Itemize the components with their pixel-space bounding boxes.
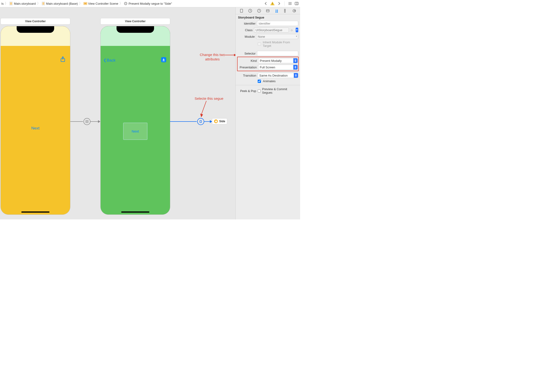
file-inspector-tab[interactable]: [239, 8, 244, 14]
help-inspector-tab[interactable]: ?: [256, 8, 262, 14]
transition-select[interactable]: Same As Destination: [258, 73, 298, 78]
segue-icon: [124, 2, 128, 5]
svg-point-8: [124, 2, 127, 5]
identifier-row: Identifier: [236, 20, 300, 27]
class-dropdown-button[interactable]: [296, 28, 298, 32]
topbar-divider: [284, 1, 285, 6]
inspector-panel: ? Storyboard Segue Identifier Class ○ Mo…: [235, 7, 300, 219]
vc1-titlebar[interactable]: View Controller: [0, 18, 70, 25]
crumb-separator: 〉: [79, 1, 82, 6]
annotation-segue-arrow: [199, 101, 209, 120]
view-controller-2[interactable]: View Controller Back Next: [100, 18, 170, 215]
back-label: Back: [107, 58, 116, 63]
vc2-phone-frame: Back Next: [100, 26, 170, 215]
crumb-main-storyboard-base[interactable]: Main.storyboard (Base): [42, 2, 78, 5]
side-vc-chip[interactable]: Side: [212, 118, 227, 124]
animates-checkbox[interactable]: [258, 80, 261, 83]
module-input[interactable]: [258, 35, 294, 38]
presentation-row: Presentation Full Screen: [238, 64, 298, 70]
crumb-main-storyboard[interactable]: Main.storyboard: [9, 2, 36, 5]
history-inspector-tab[interactable]: [247, 8, 253, 14]
svg-marker-30: [200, 114, 203, 117]
module-label: Module: [238, 35, 255, 38]
view-controller-1[interactable]: View Controller Next: [0, 18, 70, 215]
annotation-attrs-line2: attributes: [205, 57, 220, 61]
svg-rect-7: [84, 3, 86, 4]
vc1-next-label: Next: [31, 126, 40, 131]
peekpop-value-label: Preview & Commit Segues: [262, 87, 298, 94]
svg-marker-32: [234, 54, 235, 56]
segue-vc1-to-vc2[interactable]: [70, 119, 100, 124]
svg-rect-15: [295, 2, 298, 5]
warnings-button[interactable]: [270, 1, 275, 6]
vc-reference-icon: [214, 119, 218, 123]
crumb-stub[interactable]: ls: [1, 2, 4, 5]
container-view[interactable]: Next: [123, 123, 148, 140]
inspector-divider: [236, 85, 300, 85]
crumb-label: View Controller Scene: [88, 2, 118, 5]
class-input[interactable]: [256, 28, 287, 32]
nav-forward-button[interactable]: [277, 1, 281, 6]
presentation-value: Full Screen: [260, 65, 275, 69]
phone-notch: [17, 26, 54, 33]
selector-input[interactable]: [259, 52, 297, 55]
storyboard-file-icon: [9, 2, 13, 5]
svg-rect-9: [125, 3, 126, 4]
storyboard-canvas[interactable]: View Controller Next: [0, 7, 235, 219]
peekpop-checkbox[interactable]: [258, 89, 261, 93]
download-icon[interactable]: [161, 57, 166, 62]
crumb-separator: 〉: [37, 1, 41, 6]
presentation-select[interactable]: Full Screen: [258, 65, 298, 70]
vc1-next-button[interactable]: Next: [1, 126, 70, 131]
scene-icon: [83, 2, 87, 5]
module-row: Module ▾: [236, 33, 300, 40]
crumb-segue[interactable]: Present Modally segue to "Side": [124, 2, 172, 5]
crumb-stub-label: ls: [1, 2, 4, 5]
home-indicator: [121, 211, 149, 213]
share-icon[interactable]: [60, 56, 65, 63]
selector-field[interactable]: [257, 51, 298, 56]
annotation-attrs-arrow: [225, 54, 235, 56]
vc2-titlebar[interactable]: View Controller: [100, 18, 170, 25]
class-add-button[interactable]: ○: [290, 28, 293, 32]
svg-rect-10: [272, 3, 273, 4]
inherit-module-row: Inherit Module From Target: [236, 40, 300, 48]
svg-rect-28: [200, 121, 202, 123]
inherit-module-checkbox[interactable]: [258, 42, 261, 46]
segue-node-icon: [83, 118, 91, 125]
inherit-module-label: Inherit Module From Target: [263, 41, 298, 47]
svg-rect-5: [43, 4, 44, 5]
crumb-scene[interactable]: View Controller Scene: [83, 2, 118, 5]
container-view-label: Next: [132, 129, 139, 133]
svg-rect-2: [10, 4, 12, 5]
crumb-label: Main.storyboard: [14, 2, 36, 5]
segue-vc2-to-side[interactable]: [170, 119, 212, 124]
svg-rect-4: [43, 3, 44, 3]
size-inspector-tab[interactable]: [283, 8, 288, 14]
module-field[interactable]: ▾: [256, 34, 298, 39]
identifier-input[interactable]: [259, 22, 297, 25]
back-button[interactable]: Back: [103, 58, 116, 63]
svg-rect-39: [284, 9, 285, 12]
document-outline-toggle[interactable]: [288, 1, 292, 6]
select-stepper-icon: [294, 73, 298, 78]
animates-label: Animates: [263, 79, 276, 83]
annotation-attrs-text: Change this two attributes: [200, 53, 225, 62]
crumb-label: Present Modally segue to "Side": [129, 2, 172, 5]
crumb-separator: 〉: [5, 1, 8, 6]
svg-rect-1: [10, 3, 12, 3]
adjust-editor-layout-button[interactable]: [295, 1, 299, 6]
svg-rect-0: [10, 2, 12, 5]
editor-breadcrumb-bar: ls 〉 Main.storyboard 〉 Main.storyboard (…: [0, 0, 300, 7]
identifier-field[interactable]: [257, 21, 298, 26]
nav-back-button[interactable]: [264, 1, 268, 6]
kind-select[interactable]: Present Modally: [258, 58, 298, 63]
svg-text:?: ?: [258, 9, 260, 12]
identity-inspector-tab[interactable]: [265, 8, 271, 14]
connections-inspector-tab[interactable]: [292, 8, 297, 14]
kind-label: Kind: [238, 59, 257, 62]
annotation-attrs-line1: Change this two: [200, 53, 225, 57]
class-field[interactable]: [254, 27, 289, 33]
attributes-inspector-tab[interactable]: [274, 8, 279, 14]
phone-notch: [116, 26, 154, 33]
